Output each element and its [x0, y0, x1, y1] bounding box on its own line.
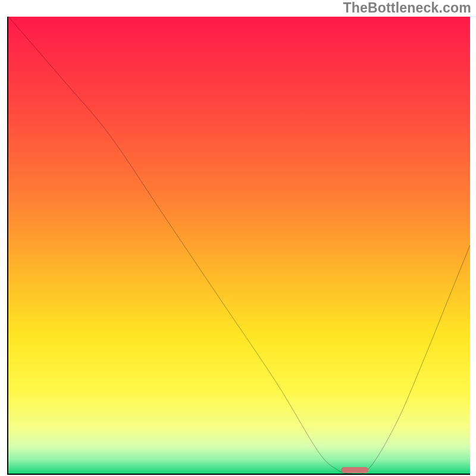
bottleneck-curve	[8, 17, 470, 474]
optimal-marker	[341, 467, 369, 473]
chart-container: TheBottleneck.com	[0, 0, 476, 476]
x-axis-line	[7, 474, 470, 475]
watermark-text: TheBottleneck.com	[343, 0, 471, 16]
plot-area	[8, 17, 470, 474]
